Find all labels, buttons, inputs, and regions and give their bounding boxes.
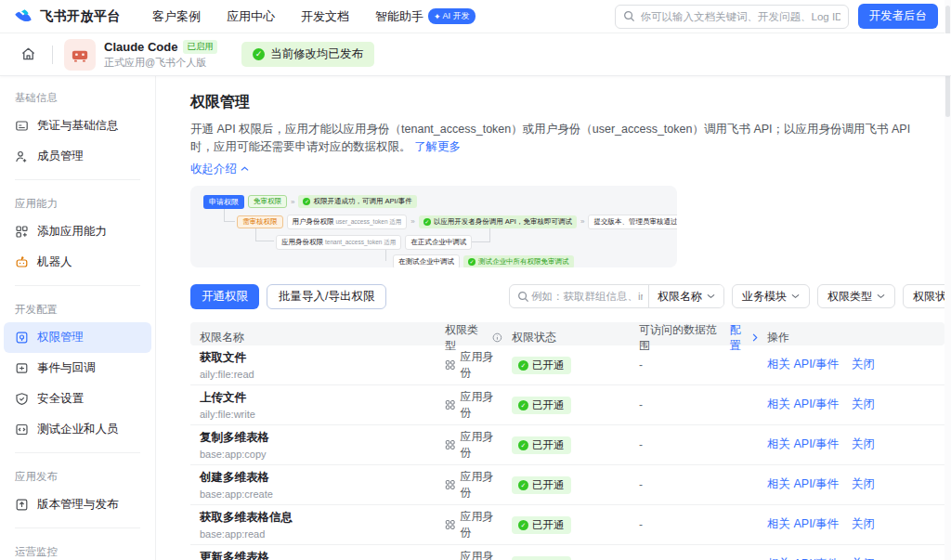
arrow-icon: » — [580, 217, 584, 226]
related-api-link[interactable]: 相关 API/事件 — [767, 436, 839, 452]
flow-row-no-review: 申请权限 免审权限 » ✓权限开通成功，可调用 API/事件 — [203, 195, 417, 209]
col-permission-name: 权限名称 — [190, 330, 436, 345]
related-api-link[interactable]: 相关 API/事件 — [767, 516, 839, 532]
batch-import-export-button[interactable]: 批量导入/导出权限 — [267, 284, 386, 309]
flow-success-node: ✓权限开通成功，可调用 API/事件 — [298, 195, 416, 208]
developer-console-button[interactable]: 开发者后台 — [858, 4, 939, 29]
info-icon[interactable] — [492, 332, 502, 343]
app-avatar[interactable] — [64, 39, 96, 71]
status-badge: ✓已开通 — [512, 556, 571, 560]
permission-name-cell: 创建多维表格 base:app:create — [190, 470, 436, 500]
check-circle-icon: ✓ — [518, 520, 528, 530]
brand-name: 飞书开放平台 — [40, 8, 121, 25]
close-permission-link[interactable]: 关闭 — [852, 476, 875, 492]
permission-status-cell: ✓已开通 — [502, 554, 630, 560]
permission-type-cell: 应用身份 — [436, 429, 502, 461]
sidebar-item-test-company[interactable]: 测试企业和人员 — [4, 414, 151, 445]
event-callback-icon — [15, 361, 29, 375]
learn-more-link[interactable]: 了解更多 — [414, 140, 461, 153]
sidebar-item-label: 安全设置 — [37, 391, 84, 407]
topnav-right: 开发者后台 — [615, 4, 939, 29]
col-actions: 操作 — [758, 330, 944, 345]
sidebar-item-member-management[interactable]: 成员管理 — [4, 141, 151, 172]
status-badge: ✓已开通 — [512, 397, 571, 414]
feishu-logo-icon — [13, 7, 33, 27]
nav-app-center[interactable]: 应用中心 — [227, 8, 275, 25]
table-row: 上传文件 aily:file:write 应用身份 ✓已开通 - 相关 API/… — [190, 385, 944, 425]
sidebar-item-add-capability[interactable]: 添加应用能力 — [4, 216, 151, 247]
member-icon — [15, 150, 29, 163]
actions-cell: 相关 API/事件 关闭 — [758, 397, 944, 412]
app-name: Claude Code — [104, 40, 177, 54]
sidebar-item-security-settings[interactable]: 安全设置 — [4, 384, 151, 414]
filter-permission-name[interactable]: 权限名称 — [649, 285, 723, 307]
filter-business-module[interactable]: 业务模块 — [732, 284, 810, 308]
nav-ai-assistant[interactable]: 智能助手 ✦ AI 开发 — [375, 8, 476, 25]
flow-formal-debug-node: 在正式企业中调试 — [405, 235, 472, 250]
permission-name-cell: 复制多维表格 base:app:copy — [190, 430, 436, 460]
sidebar-item-label: 成员管理 — [37, 149, 84, 164]
vertical-scrollbar[interactable] — [944, 0, 951, 560]
related-api-link[interactable]: 相关 API/事件 — [767, 556, 839, 560]
filter-permission-type[interactable]: 权限类型 — [817, 284, 895, 308]
status-badge: ✓已开通 — [512, 476, 571, 494]
related-api-link[interactable]: 相关 API/事件 — [767, 357, 839, 372]
open-permission-button[interactable]: 开通权限 — [190, 284, 259, 309]
sidebar-item-label: 事件与回调 — [37, 360, 96, 376]
connector-line — [255, 241, 274, 241]
permission-flow-diagram: 申请权限 免审权限 » ✓权限开通成功，可调用 API/事件 需审核权限 用户身… — [190, 186, 677, 267]
flow-row-review: 需审核权限 用户身份权限user_access_token 适用 » ✓以应用开… — [237, 215, 677, 229]
permissions-toolbar: 开通权限 批量导入/导出权限 权限名称 业务模块 — [190, 284, 951, 309]
close-permission-link[interactable]: 关闭 — [852, 397, 875, 412]
status-badge: ✓已开通 — [512, 516, 571, 534]
close-permission-link[interactable]: 关闭 — [852, 556, 875, 560]
col-permission-status: 权限状态 — [502, 330, 630, 345]
enabled-status-badge: 已启用 — [183, 40, 217, 54]
sidebar-item-bot[interactable]: 机器人 — [4, 247, 151, 278]
nav-dev-docs[interactable]: 开发文档 — [301, 8, 349, 25]
id-card-icon — [15, 119, 29, 133]
permissions-table: 权限名称 权限类型 权限状态 可访问的数据范围 配置 操作 — [190, 322, 944, 560]
related-api-link[interactable]: 相关 API/事件 — [767, 476, 839, 492]
section-title-ops-monitoring: 运营监控 — [0, 536, 155, 560]
nav-customer-cases[interactable]: 客户案例 — [152, 8, 201, 25]
close-permission-link[interactable]: 关闭 — [852, 516, 875, 532]
table-row: 创建多维表格 base:app:create 应用身份 ✓已开通 - 相关 AP… — [190, 465, 944, 505]
ai-badge-label: AI 开发 — [443, 10, 470, 22]
section-title-app-capability: 应用能力 — [0, 188, 155, 216]
permission-search-input[interactable] — [529, 291, 648, 302]
collapse-intro-link[interactable]: 收起介绍 — [190, 162, 249, 177]
actions-cell: 相关 API/事件 关闭 — [758, 556, 944, 560]
flow-test-debug-node: 在测试企业中调试 — [393, 254, 460, 267]
actions-cell: 相关 API/事件 关闭 — [758, 357, 944, 372]
permission-status-cell: ✓已开通 — [502, 395, 630, 414]
check-circle-icon: ✓ — [303, 198, 310, 205]
table-row: 复制多维表格 base:app:copy 应用身份 ✓已开通 - 相关 API/… — [190, 425, 944, 465]
primary-nav: 客户案例 应用中心 开发文档 智能助手 ✦ AI 开发 — [152, 8, 476, 25]
sidebar-item-credentials[interactable]: 凭证与基础信息 — [4, 111, 151, 141]
check-circle-icon: ✓ — [423, 218, 431, 226]
sidebar-item-events-callbacks[interactable]: 事件与回调 — [4, 353, 151, 384]
doc-search-box[interactable] — [615, 5, 849, 29]
tenant-identity-icon — [445, 439, 455, 450]
table-row: 获取多维表格信息 base:app:read 应用身份 ✓已开通 - 相关 AP… — [190, 505, 944, 545]
home-icon — [20, 46, 36, 62]
data-scope-cell: - — [630, 478, 758, 491]
shield-check-icon — [15, 392, 29, 406]
sidebar-item-label: 机器人 — [37, 254, 72, 270]
sidebar-item-version-release[interactable]: 版本管理与发布 — [4, 489, 151, 520]
divider — [15, 527, 140, 528]
data-scope-cell: - — [630, 358, 758, 371]
brand[interactable]: 飞书开放平台 — [13, 7, 121, 27]
close-permission-link[interactable]: 关闭 — [852, 436, 875, 452]
related-api-link[interactable]: 相关 API/事件 — [767, 397, 839, 412]
sidebar-item-permission-management[interactable]: 权限管理 — [4, 322, 151, 353]
connector-line — [255, 228, 256, 241]
home-button[interactable] — [15, 42, 41, 68]
close-permission-link[interactable]: 关闭 — [852, 357, 875, 372]
flow-row-test: 在测试企业中调试 ✓测试企业中所有权限免审调试 — [393, 254, 574, 267]
doc-search-input[interactable] — [641, 11, 840, 22]
scope-config-link[interactable]: 配置 — [730, 322, 758, 354]
main-content: 权限管理 开通 API 权限后，应用才能以应用身份（tenant_access_… — [156, 76, 951, 560]
claude-code-logo-icon — [68, 43, 92, 67]
